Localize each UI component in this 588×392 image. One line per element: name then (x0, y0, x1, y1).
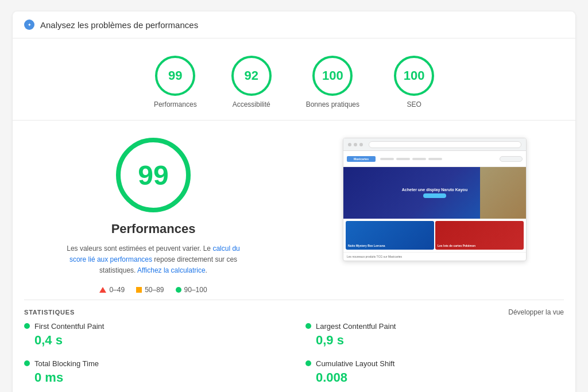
scores-row: 99 Performances 92 Accessibilité 100 Bon… (24, 56, 564, 108)
score-item-bonnes-pratiques: 100 Bonnes pratiques (306, 56, 359, 108)
mockup-product-card-2: Les lots de cartes Pokémon (435, 221, 524, 250)
score-item-performances: 99 Performances (154, 56, 197, 108)
stat-label-row-tbt: Total Blocking Time (24, 359, 283, 368)
stat-value-cls: 0.008 (305, 370, 564, 385)
stat-item-lcp: Largest Contentful Paint 0,9 s (305, 322, 564, 348)
stats-grid: First Contentful Paint 0,4 s Largest Con… (24, 322, 564, 392)
stat-dot-tbt (24, 360, 30, 366)
mockup-products: Naito Mystery Box Lorcana Les lots de ca… (343, 219, 526, 252)
stat-item-cls: Cumulative Layout Shift 0.008 (305, 359, 564, 385)
score-number-performances: 99 (168, 68, 182, 83)
mockup-hero: Acheter une display Naruto Kayou (343, 167, 526, 219)
mockup-browser-bar (343, 138, 526, 151)
mockup-url-bar (369, 141, 521, 148)
stats-header: STATISTIQUES Développer la vue (24, 300, 564, 322)
mockup-nav-link-2 (396, 158, 410, 160)
stat-label-row-lcp: Largest Contentful Paint (305, 322, 564, 331)
mockup-search-bar (500, 156, 523, 162)
stat-label-tbt: Total Blocking Time (34, 359, 99, 368)
header-title: Analysez les problèmes de performances (40, 20, 198, 30)
mockup-card-label-1: Naito Mystery Box Lorcana (348, 244, 385, 247)
mockup-dot-2 (354, 143, 357, 146)
stat-value-lcp: 0,9 s (305, 333, 564, 348)
stat-label-fcp: First Contentful Paint (34, 322, 104, 331)
mockup-hero-image (480, 167, 526, 219)
stats-section: STATISTIQUES Développer la vue First Con… (13, 300, 575, 392)
legend-item-orange: 50–89 (136, 286, 164, 294)
left-panel: 99 Performances Les valeurs sont estimée… (24, 138, 283, 294)
score-item-seo: 100 SEO (394, 56, 434, 108)
dot-icon (176, 287, 181, 293)
legend-range-red: 0–49 (109, 286, 125, 294)
big-score-circle: 99 (116, 138, 191, 212)
perf-description: Les valeurs sont estimées et peuvent var… (61, 243, 245, 277)
calculator-link[interactable]: Affichez la calculatrice (137, 266, 206, 274)
description-prefix: Les valeurs sont estimées et peuvent var… (67, 244, 212, 253)
mockup-card-label-2: Les lots de cartes Pokémon (438, 244, 475, 247)
legend-range-green: 90–100 (184, 286, 207, 294)
mockup-logo-text: Maxicartes (354, 157, 369, 161)
square-icon (136, 287, 142, 293)
page-wrapper: Analysez les problèmes de performances 9… (13, 11, 575, 392)
mockup-dot-3 (359, 143, 363, 146)
score-circle-seo: 100 (394, 56, 434, 96)
mockup-dot-1 (348, 143, 351, 146)
description-suffix: . (206, 266, 207, 274)
mockup-logo: Maxicartes (347, 156, 376, 162)
score-number-accessibilite: 92 (244, 68, 258, 83)
header-bar: Analysez les problèmes de performances (13, 11, 575, 38)
stats-expand-button[interactable]: Développer la vue (508, 308, 564, 316)
mockup-nav: Maxicartes (343, 151, 526, 167)
big-score-number: 99 (138, 160, 168, 191)
stats-title: STATISTIQUES (24, 309, 75, 316)
mockup-footer-text: Les nouveaux produits TCG sur Maxicartes (343, 252, 526, 261)
stat-item-tbt: Total Blocking Time 0 ms (24, 359, 283, 385)
main-content: 99 Performances Les valeurs sont estimée… (13, 121, 575, 300)
website-mockup: Maxicartes Acheter une display Naruto Ka… (343, 138, 527, 261)
stat-label-cls: Cumulative Layout Shift (316, 359, 394, 368)
score-number-bonnes-pratiques: 100 (322, 68, 343, 83)
legend-item-red: 0–49 (99, 286, 125, 294)
mockup-nav-link-3 (412, 158, 426, 160)
stat-value-tbt: 0 ms (24, 370, 283, 385)
score-number-seo: 100 (404, 68, 425, 83)
triangle-icon (99, 287, 106, 293)
stat-dot-lcp (305, 323, 311, 329)
score-label-accessibilite: Accessibilité (233, 100, 270, 108)
stat-value-fcp: 0,4 s (24, 333, 283, 348)
legend-row: 0–49 50–89 90–100 (99, 286, 207, 294)
score-label-performances: Performances (154, 100, 197, 108)
score-item-accessibilite: 92 Accessibilité (231, 56, 272, 108)
score-label-seo: SEO (407, 100, 421, 108)
star-icon (24, 20, 34, 30)
right-panel: Maxicartes Acheter une display Naruto Ka… (305, 138, 564, 261)
mockup-nav-link-1 (380, 158, 394, 160)
stat-label-row-fcp: First Contentful Paint (24, 322, 283, 331)
scores-section: 99 Performances 92 Accessibilité 100 Bon… (13, 38, 575, 121)
mockup-hero-text: Acheter une display Naruto Kayou (402, 188, 467, 192)
mockup-hero-btn (423, 193, 446, 198)
stat-dot-cls (305, 360, 311, 366)
score-circle-bonnes-pratiques: 100 (312, 56, 353, 96)
stat-label-row-cls: Cumulative Layout Shift (305, 359, 564, 368)
perf-title: Performances (111, 222, 196, 236)
score-circle-performances: 99 (155, 56, 195, 96)
score-label-bonnes-pratiques: Bonnes pratiques (306, 100, 359, 108)
mockup-product-card-1: Naito Mystery Box Lorcana (346, 221, 434, 250)
stat-label-lcp: Largest Contentful Paint (316, 322, 396, 331)
legend-range-orange: 50–89 (145, 286, 164, 294)
legend-item-green: 90–100 (176, 286, 207, 294)
score-circle-accessibilite: 92 (231, 56, 272, 96)
mockup-nav-links (380, 158, 442, 160)
mockup-nav-link-4 (428, 158, 442, 160)
stat-dot-fcp (24, 323, 30, 329)
stat-item-fcp: First Contentful Paint 0,4 s (24, 322, 283, 348)
